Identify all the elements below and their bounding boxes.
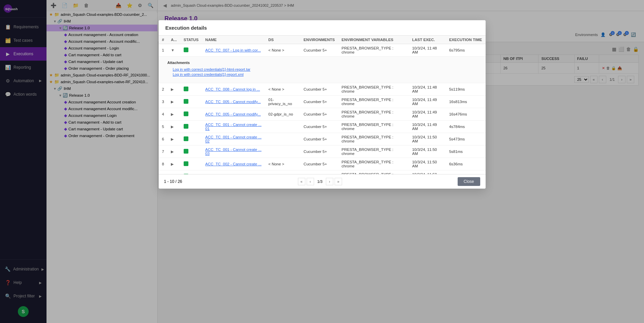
attachment-link-2[interactable]: Log in with correct credentials[1]-repor… (173, 72, 477, 76)
row-exec-time: 5s119ms (446, 83, 486, 96)
row-name: ACC_TC_003 - C... (202, 170, 265, 174)
row-status (180, 44, 202, 57)
row-env-vars: PRESTA_BROWSER_TYPE : chrome (338, 121, 408, 133)
row-last-exec: 10/3/24, 11:50 AM (409, 158, 446, 170)
expand-row-button[interactable]: ▶ (171, 137, 174, 141)
row-env-vars: PRESTA_BROWSER_TYPE : chrome (338, 146, 408, 158)
modal-prev-page-button[interactable]: ‹ (307, 178, 314, 185)
status-green (184, 124, 188, 129)
row-exec-time: 6s795ms (446, 44, 486, 57)
row-env-vars: PRESTA_BROWSER_TYPE : chrome (338, 158, 408, 170)
row-num: 3 (159, 96, 167, 108)
row-env: Cucumber 5+ (300, 108, 338, 121)
status-green (184, 161, 188, 166)
row-last-exec: 10/3/24, 11:49 AM (409, 108, 446, 121)
row-expand: ▶ (167, 158, 180, 170)
test-name-link[interactable]: ACC_TC_005 - Cannot modify... (205, 112, 261, 116)
modal-col-name: NAME (202, 36, 265, 44)
modal-col-arrow: A... (167, 36, 180, 44)
test-name-link[interactable]: ACC_TC_001 - Cannot create ... 01 (205, 123, 262, 131)
row-ds: < None > (265, 158, 300, 170)
test-name-link[interactable]: ACC_TC_001 - Cannot create ... 02 (205, 135, 262, 143)
row-ds (265, 146, 300, 158)
test-name-link[interactable]: ACC_TC_007 - Log in with cor... (205, 48, 261, 52)
modal-header: Execution details (159, 20, 486, 36)
modal-col-ds: DS (265, 36, 300, 44)
modal-overlay: Execution details # A... STATUS NAME DS … (0, 0, 644, 323)
row-num: 7 (159, 146, 167, 158)
expand-row-button[interactable]: ▶ (171, 87, 174, 92)
modal-next-page-button[interactable]: › (326, 178, 333, 185)
row-env-vars: PRESTA_BROWSER_TYPE : chrome (338, 170, 408, 174)
expand-row-button[interactable]: ▶ (171, 100, 174, 104)
row-env: Cucumber 5+ (300, 83, 338, 96)
expand-row-button[interactable]: ▶ (171, 150, 174, 154)
modal-close-button[interactable]: Close (458, 177, 480, 186)
row-expand: ▶ (167, 121, 180, 133)
modal-table-row: 9 ▶ ACC_TC_003 - C... 01 Cucumber 5+ PRE… (159, 170, 486, 174)
expand-row-button[interactable]: ▶ (171, 125, 174, 129)
collapse-row-button[interactable]: ▼ (171, 48, 175, 52)
attachment-link-1[interactable]: Log in with correct credentials[1]-html-… (173, 67, 477, 71)
row-env: Cucumber 5+ (300, 44, 338, 57)
modal-pagination: « ‹ 1/3 › » (298, 178, 342, 185)
modal-page-indicator: 1/3 (315, 180, 325, 184)
modal-table: # A... STATUS NAME DS ENVIRONMENTS ENVIR… (159, 36, 486, 174)
row-num: 4 (159, 108, 167, 121)
row-last-exec: 10/3/24, 11:48 AM (409, 83, 446, 96)
row-status (180, 96, 202, 108)
modal-col-environments: ENVIRONMENTS (300, 36, 338, 44)
test-name-link[interactable]: ACC_TC_008 - Cannot log in ... (205, 87, 260, 91)
attachment-row: Attachments Log in with correct credenti… (159, 57, 486, 83)
row-expand: ▶ (167, 170, 180, 174)
row-status (180, 133, 202, 146)
expand-row-button[interactable]: ▶ (171, 162, 174, 166)
row-env-vars: PRESTA_BROWSER_TYPE : chrome (338, 44, 408, 57)
row-env-vars: PRESTA_BROWSER_TYPE : chrome (338, 108, 408, 121)
row-num: 6 (159, 133, 167, 146)
row-env-vars: PRESTA_BROWSER_TYPE : chrome (338, 133, 408, 146)
row-env: Cucumber 5+ (300, 146, 338, 158)
modal-col-env-vars: ENVIRONMENT VARIABLES (338, 36, 408, 44)
test-name-link[interactable]: ACC_TC_001 - Cannot create ... 03 (205, 148, 262, 156)
modal-first-page-button[interactable]: « (298, 178, 305, 185)
modal-last-page-button[interactable]: » (335, 178, 342, 185)
attachments-cell: Attachments Log in with correct credenti… (159, 57, 486, 83)
row-num: 9 (159, 170, 167, 174)
row-ds (265, 121, 300, 133)
row-expand: ▶ (167, 83, 180, 96)
modal-range: 1 - 10 / 26 (164, 179, 182, 184)
modal-table-row: 1 ▼ ACC_TC_007 - Log in with cor... < No… (159, 44, 486, 57)
test-name-link[interactable]: ACC_TC_005 - Cannot modify... (205, 100, 261, 104)
row-expand: ▶ (167, 96, 180, 108)
status-green (184, 136, 188, 141)
row-exec-time: 6s36ms (446, 158, 486, 170)
execution-details-modal: Execution details # A... STATUS NAME DS … (159, 20, 486, 189)
modal-table-row: 7 ▶ ACC_TC_001 - Cannot create ... 03 Cu… (159, 146, 486, 158)
modal-table-row: 5 ▶ ACC_TC_001 - Cannot create ... 01 Cu… (159, 121, 486, 133)
row-ds (265, 133, 300, 146)
modal-body: # A... STATUS NAME DS ENVIRONMENTS ENVIR… (159, 36, 486, 174)
row-expand: ▶ (167, 146, 180, 158)
expand-row-button[interactable]: ▶ (171, 112, 174, 117)
row-exec-time: 4s77ms (446, 170, 486, 174)
modal-footer: 1 - 10 / 26 « ‹ 1/3 › » Close (159, 174, 486, 189)
row-name: ACC_TC_001 - Cannot create ... 03 (202, 146, 265, 158)
attachment-list: Log in with correct credentials[1]-html-… (167, 66, 477, 79)
row-name: ACC_TC_005 - Cannot modify... (202, 96, 265, 108)
row-env: Cucumber 5+ (300, 96, 338, 108)
status-green (184, 111, 188, 116)
row-last-exec: 10/3/24, 11:50 AM (409, 146, 446, 158)
modal-table-row: 3 ▶ ACC_TC_005 - Cannot modify... 01-pri… (159, 96, 486, 108)
row-last-exec: 10/3/24, 11:48 AM (409, 44, 446, 57)
row-env-vars: PRESTA_BROWSER_TYPE : chrome (338, 96, 408, 108)
row-name: ACC_TC_005 - Cannot modify... (202, 108, 265, 121)
row-status (180, 83, 202, 96)
test-name-link[interactable]: ACC_TC_002 - Cannot create ... (205, 162, 262, 166)
row-status (180, 121, 202, 133)
row-num: 8 (159, 158, 167, 170)
row-exec-time: 4s784ms (446, 121, 486, 133)
row-ds: 01-privacy_is_no (265, 96, 300, 108)
row-ds: 01 (265, 170, 300, 174)
row-num: 2 (159, 83, 167, 96)
